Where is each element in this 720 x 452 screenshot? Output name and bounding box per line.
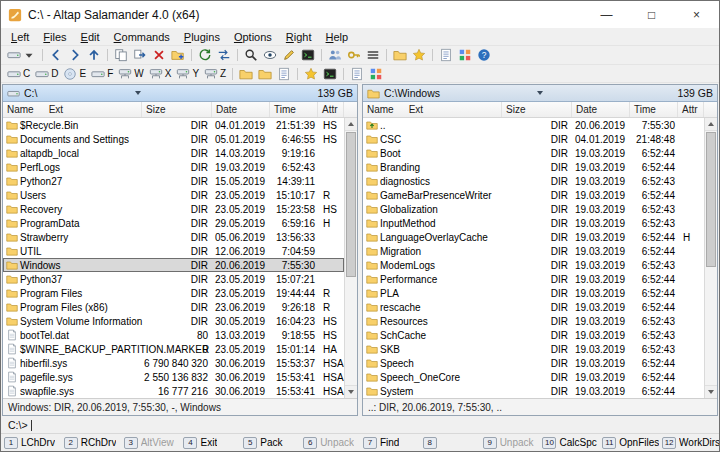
fkey-12-workdirs[interactable]: 12WorkDirs (659, 437, 719, 449)
command-shell-button[interactable] (299, 47, 317, 64)
view-button[interactable] (261, 47, 279, 64)
fkey-3-altview[interactable]: 3AltView (121, 437, 181, 449)
delete-button[interactable] (150, 47, 168, 64)
scroll-thumb[interactable] (706, 132, 716, 267)
user-menu-button[interactable] (326, 47, 344, 64)
file-row[interactable]: Documents and SettingsDIR05.01.20196:46:… (3, 132, 344, 146)
notes-button[interactable] (437, 47, 455, 64)
passwords-button[interactable] (345, 47, 363, 64)
file-row[interactable]: Speech_OneCoreDIR19.03.20196:52:44 (363, 370, 704, 384)
file-row[interactable]: PLADIR19.03.20196:52:44 (363, 286, 704, 300)
apps-button[interactable] (456, 47, 474, 64)
column-date[interactable]: Date (572, 102, 630, 117)
file-row[interactable]: BrandingDIR19.03.20196:52:44 (363, 160, 704, 174)
forward-button[interactable] (66, 47, 84, 64)
parent-directory-button[interactable] (85, 47, 103, 64)
hot-path-2-button[interactable] (256, 65, 274, 82)
title-bar[interactable]: C:\ - Altap Salamander 4.0 (x64) —□× (1, 1, 719, 28)
menu-commands[interactable]: Commands (107, 28, 177, 46)
menu-right[interactable]: Right (279, 28, 319, 46)
file-row[interactable]: Program Files (x86)DIR23.06.20199:26:18R (3, 300, 344, 314)
help-button[interactable] (475, 47, 493, 64)
change-drive-button[interactable] (5, 47, 38, 64)
file-row[interactable]: Program FilesDIR23.05.201919:44:44R (3, 286, 344, 300)
file-row[interactable]: ModemLogsDIR19.03.20196:52:43 (363, 258, 704, 272)
file-row[interactable]: SystemDIR19.03.20196:52:44 (363, 384, 704, 398)
column-size[interactable]: Size (502, 102, 572, 117)
hot-path-3-button[interactable] (275, 65, 293, 82)
file-row[interactable]: CSCDIR04.01.201921:48:48 (363, 132, 704, 146)
file-row[interactable]: Python37DIR23.05.201915:07:21 (3, 272, 344, 286)
fkey-11-opnfiles[interactable]: 11OpnFiles (599, 437, 659, 449)
scroll-up-button[interactable] (345, 118, 357, 131)
file-row[interactable]: RecoveryDIR23.05.201915:23:58HS (3, 202, 344, 216)
column-name[interactable]: Name (367, 104, 394, 115)
path-history-dropdown-right[interactable] (534, 87, 547, 100)
drive-d-button[interactable]: D (33, 65, 60, 82)
menu-plugins[interactable]: Plugins (177, 28, 227, 46)
file-row[interactable]: ResourcesDIR19.03.20196:52:43 (363, 314, 704, 328)
file-row[interactable]: bootTel.dat8013.03.20199:18:55HS (3, 328, 344, 342)
file-row[interactable]: PerformanceDIR19.03.20196:52:44 (363, 272, 704, 286)
scrollbar-left[interactable] (344, 118, 357, 398)
current-path-right[interactable]: C:\Windows (384, 87, 440, 99)
drive-x-button[interactable]: X (147, 65, 174, 82)
file-row[interactable]: pagefile.sys2 550 136 83230.06.201915:53… (3, 370, 344, 384)
column-size[interactable]: Size (142, 102, 212, 117)
path-history-dropdown-left[interactable] (131, 87, 144, 100)
fkey-4-exit[interactable]: 4Exit (180, 437, 240, 449)
column-name[interactable]: Name (7, 104, 34, 115)
file-row[interactable]: GameBarPresenceWriterDIR19.03.20196:52:4… (363, 188, 704, 202)
back-button[interactable] (47, 47, 65, 64)
column-time[interactable]: Time (270, 102, 318, 117)
scroll-up-button[interactable] (705, 118, 717, 131)
drive-w-button[interactable]: W (116, 65, 145, 82)
drive-z-button[interactable]: Z (202, 65, 228, 82)
file-row[interactable]: hiberfil.sys6 790 840 32030.06.201915:53… (3, 356, 344, 370)
edit-button[interactable] (280, 47, 298, 64)
directory-line-right[interactable]: C:\Windows 139 GB (363, 85, 717, 102)
favorites-button[interactable] (302, 65, 320, 82)
file-row[interactable]: StrawberryDIR05.06.201913:56:33 (3, 230, 344, 244)
column-date[interactable]: Date (212, 102, 270, 117)
scroll-down-button[interactable] (345, 385, 357, 398)
drive-c-button[interactable]: C (5, 65, 32, 82)
menu-left[interactable]: Left (4, 28, 36, 46)
file-row[interactable]: SchCacheDIR19.03.20196:52:43 (363, 328, 704, 342)
file-row[interactable]: System Volume InformationDIR30.05.201916… (3, 314, 344, 328)
command-line[interactable]: C:\> (1, 417, 719, 433)
directory-line-left[interactable]: C:\ 139 GB (3, 85, 357, 102)
fkey-8[interactable]: 8 (420, 437, 480, 449)
file-row[interactable]: diagnosticsDIR19.03.20196:52:43 (363, 174, 704, 188)
file-row[interactable]: rescacheDIR19.03.20196:52:44 (363, 300, 704, 314)
menu-edit[interactable]: Edit (74, 28, 107, 46)
file-row[interactable]: Python27DIR15.05.201914:39:11 (3, 174, 344, 188)
apps-button[interactable] (367, 65, 385, 82)
file-row[interactable]: InputMethodDIR19.03.20196:52:43 (363, 216, 704, 230)
hot-path-1-button[interactable] (237, 65, 255, 82)
column-attr[interactable]: Attr (318, 102, 344, 117)
change-view-button[interactable] (364, 47, 382, 64)
fkey-7-find[interactable]: 7Find (360, 437, 420, 449)
file-row[interactable]: PerfLogsDIR19.03.20196:52:43 (3, 160, 344, 174)
file-row[interactable]: $Recycle.BinDIR04.01.201921:51:39HS (3, 118, 344, 132)
minimize-button[interactable]: — (584, 1, 629, 28)
file-row[interactable]: ProgramDataDIR29.05.20196:59:16H (3, 216, 344, 230)
file-row[interactable]: UTILDIR12.06.20197:04:59 (3, 244, 344, 258)
scrollbar-right[interactable] (704, 118, 717, 398)
fkey-5-pack[interactable]: 5Pack (240, 437, 300, 449)
file-row[interactable]: UsersDIR23.05.201915:10:17R (3, 188, 344, 202)
drive-y-button[interactable]: Y (174, 65, 201, 82)
menu-help[interactable]: Help (319, 28, 356, 46)
column-time[interactable]: Time (630, 102, 678, 117)
column-ext[interactable]: Ext (49, 104, 63, 115)
current-path-left[interactable]: C:\ (24, 87, 37, 99)
refresh-button[interactable] (196, 47, 214, 64)
file-row[interactable]: MigrationDIR19.03.20196:52:44 (363, 244, 704, 258)
notes-button[interactable] (348, 65, 366, 82)
file-row[interactable]: GlobalizationDIR19.03.20196:52:43 (363, 202, 704, 216)
move-button[interactable] (131, 47, 149, 64)
file-row[interactable]: SpeechDIR19.03.20196:52:44 (363, 356, 704, 370)
column-ext[interactable]: Ext (409, 104, 423, 115)
swap-panels-button[interactable] (215, 47, 233, 64)
